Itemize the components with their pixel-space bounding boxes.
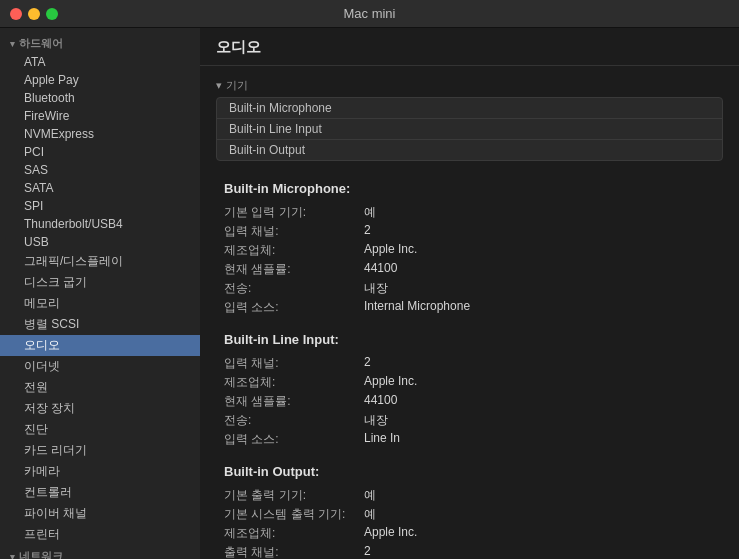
table-row: 기본 출력 기기: 예 — [224, 487, 715, 504]
sidebar-item-applepay[interactable]: Apple Pay — [0, 71, 200, 89]
content-area: 오디오 ▾ 기기 Built-in Microphone Built-in Li… — [200, 28, 739, 559]
sidebar-item-scsi[interactable]: 병렬 SCSI — [0, 314, 200, 335]
device-list-item-lineinput[interactable]: Built-in Line Input — [217, 119, 722, 140]
table-row: 제조업체: Apple Inc. — [224, 374, 715, 391]
sidebar-item-cardreader[interactable]: 카드 리더기 — [0, 440, 200, 461]
sidebar-item-controller[interactable]: 컨트롤러 — [0, 482, 200, 503]
table-row: 제조업체: Apple Inc. — [224, 525, 715, 542]
sidebar-item-thunderbolt[interactable]: Thunderbolt/USB4 — [0, 215, 200, 233]
device-list-item-output[interactable]: Built-in Output — [217, 140, 722, 160]
sidebar-item-diskburn[interactable]: 디스크 굽기 — [0, 272, 200, 293]
sidebar-item-sata[interactable]: SATA — [0, 179, 200, 197]
chevron-down-icon: ▾ — [10, 39, 15, 49]
sidebar-item-power[interactable]: 전원 — [0, 377, 200, 398]
sidebar-item-fiberchannel[interactable]: 파이버 채널 — [0, 503, 200, 524]
sidebar-item-graphics[interactable]: 그래픽/디스플레이 — [0, 251, 200, 272]
sidebar-group-network: ▾ 네트워크 — [0, 545, 200, 559]
sidebar-item-usb[interactable]: USB — [0, 233, 200, 251]
sidebar-item-firewire[interactable]: FireWire — [0, 107, 200, 125]
sidebar-item-ethernet[interactable]: 이더넷 — [0, 356, 200, 377]
table-row: 전송: 내장 — [224, 412, 715, 429]
table-row: 입력 소스: Line In — [224, 431, 715, 448]
table-row: 기본 입력 기기: 예 — [224, 204, 715, 221]
detail-microphone-table: 기본 입력 기기: 예 입력 채널: 2 제조업체: Apple Inc. 현재… — [224, 204, 715, 316]
sidebar-item-sas[interactable]: SAS — [0, 161, 200, 179]
sidebar-item-bluetooth[interactable]: Bluetooth — [0, 89, 200, 107]
table-row: 전송: 내장 — [224, 280, 715, 297]
table-row: 기본 시스템 출력 기기: 예 — [224, 506, 715, 523]
sidebar-item-audio[interactable]: 오디오 — [0, 335, 200, 356]
close-button[interactable] — [10, 8, 22, 20]
main-layout: ▾ 하드웨어 ATA Apple Pay Bluetooth FireWire … — [0, 28, 739, 559]
table-row: 출력 채널: 2 — [224, 544, 715, 559]
sidebar: ▾ 하드웨어 ATA Apple Pay Bluetooth FireWire … — [0, 28, 200, 559]
maximize-button[interactable] — [46, 8, 58, 20]
detail-lineinput-table: 입력 채널: 2 제조업체: Apple Inc. 현재 샘플률: 44100 … — [224, 355, 715, 448]
minimize-button[interactable] — [28, 8, 40, 20]
sidebar-item-pci[interactable]: PCI — [0, 143, 200, 161]
table-row: 제조업체: Apple Inc. — [224, 242, 715, 259]
content-title: 오디오 — [216, 38, 261, 55]
sidebar-item-printer[interactable]: 프린터 — [0, 524, 200, 545]
content-header: 오디오 — [200, 28, 739, 66]
detail-microphone: Built-in Microphone: 기본 입력 기기: 예 입력 채널: … — [200, 169, 739, 559]
sidebar-item-nvmexpress[interactable]: NVMExpress — [0, 125, 200, 143]
chevron-down-icon: ▾ — [216, 79, 222, 92]
detail-microphone-title: Built-in Microphone: — [224, 181, 715, 196]
window-controls — [10, 8, 58, 20]
sidebar-item-diagnostics[interactable]: 진단 — [0, 419, 200, 440]
sidebar-item-memory[interactable]: 메모리 — [0, 293, 200, 314]
content-body: ▾ 기기 Built-in Microphone Built-in Line I… — [200, 66, 739, 559]
sidebar-item-camera[interactable]: 카메라 — [0, 461, 200, 482]
sidebar-item-ata[interactable]: ATA — [0, 53, 200, 71]
device-list: Built-in Microphone Built-in Line Input … — [216, 97, 723, 161]
titlebar: Mac mini — [0, 0, 739, 28]
detail-output-table: 기본 출력 기기: 예 기본 시스템 출력 기기: 예 제조업체: Apple … — [224, 487, 715, 559]
devices-section-header: ▾ 기기 — [200, 74, 739, 97]
window-title: Mac mini — [343, 6, 395, 21]
detail-output-title: Built-in Output: — [224, 464, 715, 479]
detail-lineinput-title: Built-in Line Input: — [224, 332, 715, 347]
table-row: 현재 샘플률: 44100 — [224, 393, 715, 410]
table-row: 입력 채널: 2 — [224, 355, 715, 372]
table-row: 입력 소스: Internal Microphone — [224, 299, 715, 316]
sidebar-group-hardware: ▾ 하드웨어 — [0, 32, 200, 53]
sidebar-item-storage[interactable]: 저장 장치 — [0, 398, 200, 419]
device-list-item-microphone[interactable]: Built-in Microphone — [217, 98, 722, 119]
table-row: 입력 채널: 2 — [224, 223, 715, 240]
sidebar-item-spi[interactable]: SPI — [0, 197, 200, 215]
chevron-down-icon: ▾ — [10, 552, 15, 560]
table-row: 현재 샘플률: 44100 — [224, 261, 715, 278]
